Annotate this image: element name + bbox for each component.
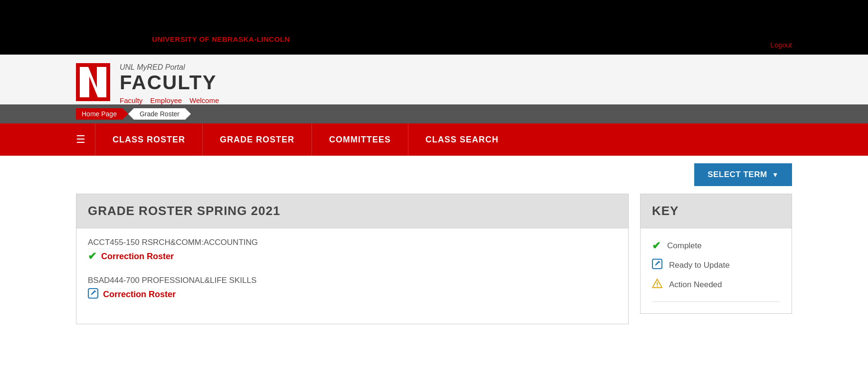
key-panel: KEY ✔ Complete Ready to Update	[640, 194, 792, 314]
key-panel-header: KEY	[641, 194, 792, 228]
grade-roster-header: GRADE ROSTER SPRING 2021	[76, 194, 628, 228]
course-link-2[interactable]: Correction Roster	[88, 288, 617, 301]
nav-faculty[interactable]: Faculty	[120, 96, 142, 104]
key-item-ready: Ready to Update	[652, 259, 780, 272]
chevron-down-icon: ▼	[772, 171, 779, 178]
header-nav: Faculty Employee Welcome	[120, 96, 219, 104]
header-area: UNL MyRED Portal FACULTY Faculty Employe…	[0, 55, 868, 104]
key-action-label: Action Needed	[669, 280, 722, 290]
unl-logo	[76, 63, 110, 101]
select-term-button[interactable]: SELECT TERM ▼	[694, 163, 792, 186]
nav-committees[interactable]: COMMITTEES	[312, 123, 408, 156]
course-title-2: BSAD444-700 PROFESSIONAL&LIFE SKILLS	[88, 276, 617, 285]
nav-grade-roster[interactable]: GRADE ROSTER	[203, 123, 312, 156]
faculty-title: FACULTY	[120, 73, 219, 93]
nav-employee[interactable]: Employee	[150, 96, 182, 104]
key-complete-label: Complete	[667, 241, 702, 251]
course-entry-2: BSAD444-700 PROFESSIONAL&LIFE SKILLS Cor…	[88, 276, 617, 301]
course-title-1: ACCT455-150 RSRCH&COMM:ACCOUNTING	[88, 238, 617, 247]
university-link[interactable]: UNIVERSITY OF NEBRASKA-LINCOLN	[76, 0, 770, 49]
ready-to-update-icon	[88, 288, 98, 301]
grade-roster-title: GRADE ROSTER SPRING 2021	[88, 204, 617, 218]
grade-roster-panel: GRADE ROSTER SPRING 2021 ACCT455-150 RSR…	[76, 194, 629, 324]
breadcrumb-home[interactable]: Home Page	[76, 108, 128, 120]
correction-roster-link-2[interactable]: Correction Roster	[103, 290, 176, 300]
key-action-icon	[652, 278, 662, 291]
key-item-action: Action Needed	[652, 278, 780, 291]
svg-point-6	[657, 286, 658, 287]
key-panel-title: KEY	[652, 204, 780, 218]
grade-roster-body: ACCT455-150 RSRCH&COMM:ACCOUNTING ✔ Corr…	[76, 228, 628, 324]
logout-link[interactable]: Logout	[770, 41, 792, 49]
top-bar: UNIVERSITY OF NEBRASKA-LINCOLN Logout	[0, 0, 868, 55]
nav-class-roster[interactable]: CLASS ROSTER	[95, 123, 203, 156]
breadcrumb-grade-roster[interactable]: Grade Roster	[128, 108, 191, 120]
header-text: UNL MyRED Portal FACULTY Faculty Employe…	[120, 63, 219, 104]
course-link-1[interactable]: ✔ Correction Roster	[88, 250, 617, 262]
key-complete-icon: ✔	[652, 240, 660, 252]
red-nav-bar: ☰ CLASS ROSTER GRADE ROSTER COMMITTEES C…	[0, 123, 868, 156]
nav-class-search[interactable]: CLASS SEARCH	[408, 123, 516, 156]
key-divider	[652, 301, 780, 302]
hamburger-button[interactable]: ☰	[76, 133, 95, 146]
course-entry-1: ACCT455-150 RSRCH&COMM:ACCOUNTING ✔ Corr…	[88, 238, 617, 262]
complete-icon: ✔	[88, 250, 96, 262]
correction-roster-link-1[interactable]: Correction Roster	[101, 252, 174, 262]
breadcrumb-bar: Home Page Grade Roster	[0, 104, 868, 123]
key-item-complete: ✔ Complete	[652, 240, 780, 252]
portal-subtitle: UNL MyRED Portal	[120, 63, 219, 72]
main-content: GRADE ROSTER SPRING 2021 ACCT455-150 RSR…	[0, 194, 868, 343]
key-panel-body: ✔ Complete Ready to Update	[641, 228, 792, 313]
key-ready-icon	[652, 259, 662, 272]
action-bar: SELECT TERM ▼	[0, 156, 868, 194]
key-ready-label: Ready to Update	[669, 261, 730, 270]
nav-welcome[interactable]: Welcome	[189, 96, 219, 104]
